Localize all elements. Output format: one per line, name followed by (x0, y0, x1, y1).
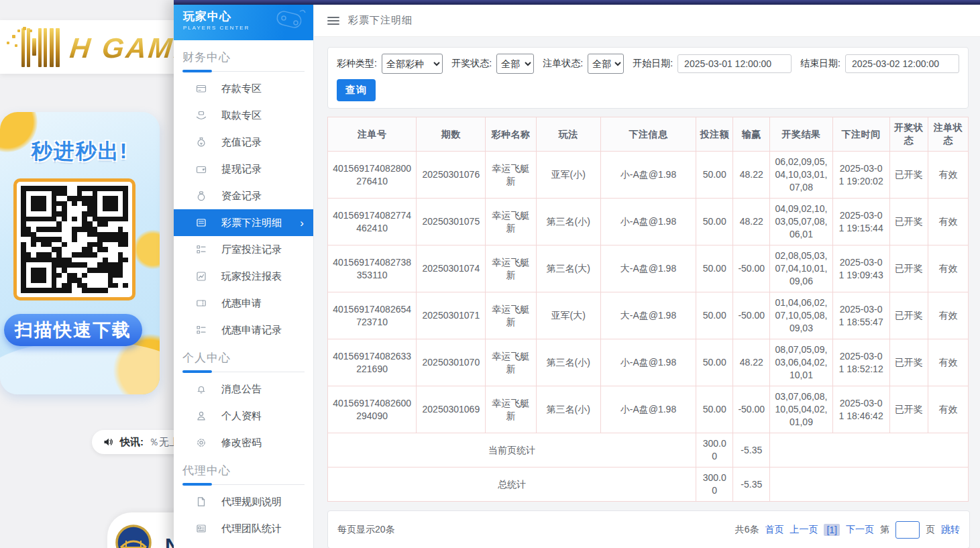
table-header-row: 注单号期数彩种名称玩法下注信息投注额输赢开奖结果下注时间开奖状态注单状态 (328, 117, 969, 152)
sidebar-item-agent-team-stats[interactable]: 代理团队统计 (174, 515, 313, 542)
sidebar-item-player-bet-report[interactable]: 玩家投注报表 (174, 263, 313, 290)
start-date-label: 开始日期: (633, 58, 673, 70)
end-date-label: 结束日期: (800, 58, 840, 70)
table-cell: 已开奖 (889, 199, 928, 245)
draw-status-select[interactable]: 全部 (496, 54, 534, 74)
table-cell: 幸运飞艇新 (486, 245, 536, 292)
jump-button[interactable]: 跳转 (941, 524, 960, 536)
draw-status-label: 开奖状态: (451, 58, 492, 70)
lottery-type-select[interactable]: 全部彩种 (382, 54, 443, 74)
table-cell: 48.22 (733, 152, 770, 199)
bet-table: 注单号期数彩种名称玩法下注信息投注额输赢开奖结果下注时间开奖状态注单状态 401… (327, 117, 969, 502)
sidebar-item-profile[interactable]: 个人资料 (174, 402, 313, 429)
jump-page-input[interactable] (895, 521, 920, 539)
table-cell: 有效 (928, 292, 968, 339)
sidebar-item-label: 个人资料 (221, 410, 262, 423)
table-cell: -50.00 (733, 245, 770, 292)
promo-headline: 秒进秒出! (0, 138, 160, 166)
column-header: 玩法 (536, 117, 600, 152)
table-cell: 401569174082654723710 (328, 292, 417, 339)
next-page-link[interactable]: 下一页 (846, 524, 874, 536)
sidebar-item-label: 消息公告 (221, 383, 262, 396)
table-cell: 02,08,05,03,07,04,10,01,09,06 (770, 245, 832, 292)
sidebar-item-withdraw-zone[interactable]: 取款专区 (174, 102, 313, 129)
list-check-icon (196, 244, 207, 255)
summary-label: 总统计 (328, 468, 696, 502)
table-cell: 已开奖 (889, 152, 928, 199)
page-size-text: 每页显示20条 (337, 524, 395, 536)
table-cell: 大-A盘@1.98 (600, 292, 696, 339)
table-cell: 06,02,09,05,04,10,03,01,07,08 (770, 152, 832, 199)
start-date-input[interactable] (677, 54, 792, 73)
table-cell: 幸运飞艇新 (486, 152, 536, 199)
sidebar-item-agent-rules[interactable]: 代理规则说明 (174, 488, 313, 515)
page-topbar: 彩票下注明细 (314, 5, 980, 37)
table-cell: 20250301076 (417, 152, 486, 199)
bank-card-icon (196, 83, 207, 94)
table-cell: 2025-03-01 18:52:12 (832, 339, 889, 386)
sidebar-item-messages[interactable]: 消息公告 (174, 376, 313, 402)
table-cell: 已开奖 (889, 386, 928, 433)
sidebar-item-funds-records[interactable]: 资金记录 (174, 182, 313, 209)
jump-suffix: 页 (926, 524, 935, 536)
news-icon (196, 523, 207, 534)
sidebar-item-deposit-zone[interactable]: 存款专区 (174, 75, 313, 102)
table-cell: 20250301074 (417, 245, 486, 292)
summary-empty (770, 433, 969, 468)
order-status-select[interactable]: 全部 (588, 54, 624, 74)
gamepad-icon (270, 7, 308, 37)
section-title: 财务中心 (174, 43, 313, 65)
sidebar-header: 玩家中心 PLAYERS CENTER (174, 5, 313, 40)
menu-icon[interactable] (327, 16, 339, 25)
table-row: 40156917408277446241020250301075幸运飞艇新第三名… (328, 199, 969, 245)
column-header: 开奖状态 (889, 117, 928, 152)
table-cell: 小-A盘@1.98 (600, 152, 696, 199)
purse-icon (196, 190, 207, 201)
table-row: 40156917408260029409020250301069幸运飞艇新第三名… (328, 386, 969, 433)
sidebar-item-change-password[interactable]: 修改密码 (174, 429, 313, 456)
table-cell: 有效 (928, 199, 968, 245)
page-title: 彩票下注明细 (348, 14, 413, 27)
document-icon (196, 496, 207, 507)
query-button[interactable]: 查询 (337, 79, 376, 101)
filter-panel: 彩种类型: 全部彩种 开奖状态: 全部 注单状态: 全部 开始日期: 结束日期:… (327, 47, 969, 109)
coupon-icon (196, 298, 207, 309)
bell-icon (196, 384, 207, 394)
sidebar-item-lottery-bet-details[interactable]: 彩票下注明细› (174, 209, 313, 236)
table-cell: 小-A盘@1.98 (600, 339, 696, 386)
table-cell: 20250301075 (417, 199, 486, 245)
table-cell: 50.00 (696, 199, 733, 245)
sidebar-item-label: 修改密码 (221, 437, 262, 449)
summary-row: 当前页统计300.00-5.35 (328, 433, 969, 468)
sidebar-item-withdrawal-records[interactable]: 提现记录 (174, 156, 313, 182)
table-cell: 20250301070 (417, 339, 486, 386)
table-cell: 01,04,06,02,07,10,05,08,09,03 (770, 292, 832, 339)
sidebar-item-label: 优惠申请 (221, 297, 262, 310)
first-page-link[interactable]: 首页 (765, 524, 783, 536)
table-cell: 2025-03-01 18:46:42 (832, 386, 889, 433)
table-cell: 有效 (928, 152, 968, 199)
column-header: 开奖结果 (770, 117, 832, 152)
current-page: [1] (824, 524, 840, 536)
sidebar-item-label: 玩家投注报表 (221, 270, 282, 283)
table-cell: -50.00 (733, 292, 770, 339)
players-center-panel: 玩家中心 PLAYERS CENTER 财务中心存款专区取款专区充值记录提现记录… (174, 0, 980, 548)
sidebar-item-recharge-records[interactable]: 充值记录 (174, 129, 313, 156)
download-button[interactable]: 扫描快速下载 (4, 314, 142, 346)
table-cell: 幸运飞艇新 (486, 199, 536, 245)
chevron-right-icon: › (300, 217, 304, 229)
sidebar-item-label: 提现记录 (221, 163, 262, 176)
sidebar-item-label: 优惠申请记录 (221, 324, 282, 337)
section-title: 代理中心 (174, 456, 313, 478)
column-header: 输赢 (733, 117, 770, 152)
sidebar-item-label: 存款专区 (221, 83, 262, 95)
speaker-icon (103, 437, 115, 447)
end-date-input[interactable] (845, 54, 959, 73)
ticker-label: 快讯: (120, 436, 144, 449)
prev-page-link[interactable]: 上一页 (790, 524, 818, 536)
sidebar-item-promo-apply-records[interactable]: 优惠申请记录 (174, 317, 313, 343)
lottery-type-label: 彩种类型: (337, 58, 377, 70)
sidebar-item-promo-apply[interactable]: 优惠申请 (174, 290, 313, 317)
sidebar-item-hall-bet-records[interactable]: 厅室投注记录 (174, 236, 313, 263)
decor-blob (133, 229, 160, 270)
